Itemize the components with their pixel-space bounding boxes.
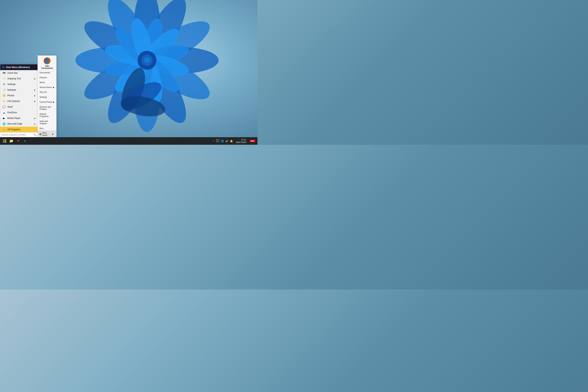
shutdown-icon: ⏻ [39, 133, 42, 136]
start-button[interactable] [2, 138, 8, 144]
music-label: Music [40, 81, 45, 84]
panel-item-devices-and-printers[interactable]: Devices and Printers [38, 104, 56, 112]
taskbar-file-explorer-icon: 📁 [9, 139, 14, 143]
menu-item-media-player-label: Media Player [7, 117, 20, 120]
panel-item-default-programs[interactable]: Default Programs [38, 112, 56, 119]
user-panel: 👤 João Carrasqueira Documents Pictures M… [38, 56, 56, 137]
taskbar-spotify-button[interactable]: ● [22, 138, 28, 144]
this-pc-label: This PC [40, 91, 47, 93]
pictures-label: Pictures [40, 76, 47, 78]
svg-rect-33 [3, 141, 4, 143]
start-menu: ⊞ Start Menu (Windows) 🎮 Game Bar ✂ Snip… [0, 64, 38, 137]
devices-and-printers-label: Devices and Printers [40, 106, 54, 110]
menu-item-all-programs-label: All Programs [7, 128, 20, 131]
taskbar-vivaldi-icon: ❤ [17, 139, 20, 143]
notification-button[interactable]: 🔔 [230, 139, 233, 143]
shutdown-label: Shut down [42, 132, 51, 136]
onedrive-icon: ☁ [2, 111, 6, 114]
panel-item-music[interactable]: Music [38, 80, 56, 85]
menu-item-microsoft-edge-label: Microsoft Edge [7, 122, 22, 125]
panel-item-this-pc[interactable]: This PC [38, 90, 56, 94]
menu-item-onedrive-label: OneDrive [7, 111, 17, 114]
snipping-tool-arrow-icon: ▶ [34, 78, 36, 80]
avatar: 👤 [44, 58, 50, 64]
menu-item-snipping-tool[interactable]: ✂ Snipping Tool ▶ [0, 76, 38, 82]
settings-panel-label: Settings [40, 96, 47, 98]
recent-items-arrow-icon: ▶ [53, 86, 54, 88]
menu-item-photos[interactable]: 🖼 Photos ▶ [0, 93, 38, 98]
control-panel-label: Control Panel [40, 101, 52, 103]
photos-icon: 🖼 [2, 94, 6, 98]
photos-arrow-icon: ▶ [34, 94, 36, 97]
default-programs-label: Default Programs [40, 113, 54, 118]
network-icon: 🌐 [221, 140, 224, 142]
notepad-icon: 📝 [2, 88, 6, 92]
panel-item-help-and-support[interactable]: Help and Support [38, 119, 56, 126]
taskbar-vivaldi-button[interactable]: ❤ [15, 138, 21, 144]
shutdown-button[interactable]: ⏻ Shut down [39, 132, 51, 136]
panel-item-recent-items[interactable]: Recent Items ▶ [38, 85, 56, 90]
tray-expand-button[interactable]: ^ [212, 139, 215, 143]
menu-item-notepad[interactable]: 📝 Notepad ▶ [0, 87, 38, 93]
clock-date: 03/07/2024 [236, 141, 246, 144]
notepad-arrow-icon: ▶ [34, 89, 36, 91]
documents-label: Documents [40, 72, 50, 74]
panel-item-settings[interactable]: Settings [38, 94, 56, 100]
system-tray: ^ ENGINTL 🌐 🔊 🔔 [212, 139, 233, 143]
desktop: ⊞ Start Menu (Windows) 🎮 Game Bar ✂ Snip… [0, 0, 258, 145]
keyboard-language-icon: ENGINTL [216, 139, 220, 143]
start-menu-search: 🔍 [0, 132, 38, 137]
settings-icon: ⚙ [2, 82, 6, 86]
svg-rect-32 [5, 139, 6, 141]
taskbar-right: ^ ENGINTL 🌐 🔊 🔔 12:11 03/07/2024 [212, 138, 256, 144]
shutdown-bar: ⏻ Shut down ▶ [38, 131, 56, 137]
xda-badge: XDA [250, 140, 255, 142]
taskbar: 📁 ❤ ● ^ ENGINTL 🌐 🔊 [0, 137, 258, 145]
windows-logo-icon: ⊞ [2, 66, 4, 69]
start-menu-header: ⊞ Start Menu (Windows) [0, 64, 38, 70]
search-input[interactable] [1, 133, 33, 137]
clock-time: 12:11 [241, 138, 246, 141]
windows-start-icon [3, 139, 6, 143]
menu-item-file-explorer[interactable]: 📁 File Explorer ▶ [0, 98, 38, 104]
panel-item-run[interactable]: Run... [38, 126, 56, 131]
media-player-icon: ▶ [2, 116, 6, 120]
clock[interactable]: 12:11 03/07/2024 [234, 138, 248, 144]
taskbar-file-explorer-button[interactable]: 📁 [8, 138, 14, 144]
volume-icon: 🔊 [226, 140, 228, 142]
svg-rect-31 [3, 139, 4, 141]
keyboard-language-button[interactable]: ENGINTL [216, 139, 220, 143]
svg-point-27 [144, 58, 150, 63]
taskbar-left: 📁 ❤ ● [2, 138, 28, 144]
menu-item-all-programs[interactable]: › All Programs [0, 127, 38, 132]
menu-item-slack[interactable]: 💬 Slack [0, 104, 38, 110]
menu-item-settings[interactable]: ⚙ Settings [0, 82, 38, 87]
panel-item-documents[interactable]: Documents [38, 70, 56, 75]
menu-item-snipping-tool-label: Snipping Tool [7, 77, 21, 80]
volume-button[interactable]: 🔊 [225, 139, 229, 143]
all-programs-icon: › [2, 128, 6, 131]
menu-item-notepad-label: Notepad [7, 88, 16, 91]
menu-item-photos-label: Photos [7, 94, 14, 97]
menu-item-game-bar[interactable]: 🎮 Game Bar [0, 70, 38, 76]
user-name: João Carrasqueira [39, 65, 55, 69]
file-explorer-arrow-icon: ▶ [34, 100, 36, 102]
snipping-tool-icon: ✂ [2, 77, 6, 80]
media-player-arrow-icon: ▶ [34, 117, 36, 119]
panel-item-control-panel[interactable]: Control Panel ▶ [38, 100, 56, 104]
menu-item-media-player[interactable]: ▶ Media Player ▶ [0, 115, 38, 121]
notification-icon: 🔔 [230, 140, 233, 142]
network-button[interactable]: 🌐 [220, 139, 224, 143]
search-button[interactable]: 🔍 [33, 134, 36, 136]
svg-rect-34 [5, 141, 6, 143]
game-bar-icon: 🎮 [2, 71, 6, 75]
tray-expand-icon: ^ [213, 140, 214, 142]
menu-item-file-explorer-label: File Explorer [7, 100, 20, 102]
menu-item-onedrive[interactable]: ☁ OneDrive [0, 110, 38, 115]
menu-item-settings-label: Settings [7, 83, 16, 86]
panel-item-pictures[interactable]: Pictures [38, 75, 56, 80]
menu-item-game-bar-label: Game Bar [7, 72, 18, 74]
shutdown-arrow-icon[interactable]: ▶ [51, 133, 55, 136]
xda-logo: XDA [249, 140, 256, 142]
menu-item-microsoft-edge[interactable]: 🌐 Microsoft Edge ▶ [0, 121, 38, 127]
